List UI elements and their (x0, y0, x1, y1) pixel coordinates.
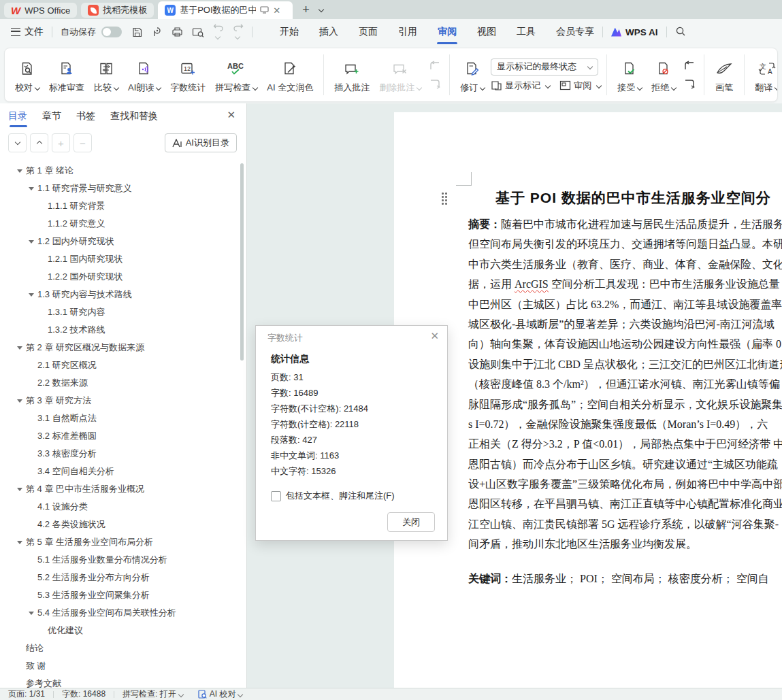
collapse-arrow-icon[interactable] (17, 169, 22, 173)
toc-item[interactable]: 5.4 生活服务业空间布局关联性分析 (0, 604, 238, 622)
ai-recognize-toc-button[interactable]: AI识别目录 (165, 133, 237, 152)
collapse-arrow-icon[interactable] (17, 488, 22, 491)
page-indicator[interactable]: 页面: 1/31 (8, 688, 45, 700)
collapse-arrow-icon[interactable] (17, 541, 22, 544)
redo-icon[interactable] (233, 22, 244, 42)
ai-read-aloud-button[interactable]: AI朗读 (123, 55, 165, 95)
toc-item[interactable]: 1.2.2 国外研究现状 (0, 268, 238, 286)
toc-item[interactable]: 1.1.2 研究意义 (0, 215, 238, 233)
new-tab-icon[interactable]: + (302, 3, 310, 17)
toc-expand-button[interactable] (8, 133, 27, 152)
print-icon[interactable] (172, 27, 183, 37)
export-pdf-icon[interactable] (152, 27, 163, 38)
toc-item[interactable]: 致 谢 (0, 657, 238, 675)
autosave-toggle[interactable] (101, 27, 122, 37)
wps-ai-button[interactable]: WPS AI (611, 27, 658, 37)
toc-item[interactable]: 2.2 数据来源 (0, 374, 238, 392)
collapse-arrow-icon[interactable] (17, 399, 22, 403)
previous-revision-icon[interactable] (682, 59, 697, 73)
next-revision-icon[interactable] (682, 77, 697, 90)
toc-item[interactable]: 5.3 生活服务业空间聚集分析 (0, 586, 238, 604)
toc-item[interactable]: 1.1.1 研究背景 (0, 197, 238, 215)
toc-item[interactable]: 5.1 生活服务业数量分布情况分析 (0, 551, 238, 569)
sidebar-tab-chapters[interactable]: 章节 (42, 110, 61, 122)
toc-item[interactable]: 3.4 空间自相关分析 (0, 463, 238, 480)
insert-comment-button[interactable]: 插入批注 (329, 55, 374, 95)
standard-review-button[interactable]: 标准审查 (44, 55, 89, 95)
ai-polish-button[interactable]: AI 全文润色 (262, 55, 318, 95)
toc-item[interactable]: 3.2 标准差椭圆 (0, 427, 238, 445)
track-changes-button[interactable]: 修订 (455, 55, 489, 95)
menu-reference[interactable]: 引用 (398, 26, 417, 38)
toc-item[interactable]: 第 5 章 生活服务业空间布局分析 (0, 533, 238, 551)
translate-button[interactable]: 文A 翻译 (750, 55, 778, 95)
dialog-close-icon[interactable]: ✕ (430, 330, 439, 342)
spell-check-button[interactable]: ABC 拼写检查 (210, 55, 262, 95)
toc-item[interactable]: 第 1 章 绪论 (0, 162, 238, 180)
delete-comment-button[interactable]: 删除批注 (374, 55, 426, 95)
include-textbox-checkbox[interactable] (271, 491, 281, 501)
tab-current-document[interactable]: W 基于POI数据的巴中市生活服 ✕ (158, 1, 293, 19)
menu-review[interactable]: 审阅 (438, 26, 457, 38)
tab-wps-office[interactable]: W WPS Office (4, 3, 77, 18)
next-comment-icon[interactable] (427, 77, 442, 90)
compare-button[interactable]: 比较 (89, 55, 123, 95)
sidebar-tab-bookmarks[interactable]: 书签 (76, 110, 95, 122)
tab-docer-templates[interactable]: 找稻壳模板 (81, 3, 154, 18)
ai-proofread-status[interactable]: AI 校对 (198, 688, 243, 700)
paragraph-drag-handle-icon[interactable] (442, 193, 447, 205)
toc-item[interactable]: 第 2 章 研究区概况与数据来源 (0, 339, 238, 356)
toc-item[interactable]: 优化建议 (0, 622, 238, 639)
menu-page[interactable]: 页面 (359, 26, 378, 38)
menu-tools[interactable]: 工具 (517, 26, 536, 38)
screen-share-icon[interactable] (260, 5, 269, 16)
collapse-arrow-icon[interactable] (29, 187, 34, 190)
sidebar-scrollbar[interactable] (240, 163, 244, 361)
reject-revision-button[interactable]: 拒绝 (647, 55, 681, 95)
document-page[interactable]: 基于 POI 数据的巴中市生活服务业空间分 摘要：随着巴中市城市化进程加速与居民… (394, 112, 782, 688)
toc-item[interactable]: 第 3 章 研究方法 (0, 392, 238, 410)
print-preview-icon[interactable] (192, 27, 204, 37)
menu-home[interactable]: 开始 (280, 26, 299, 38)
toc-item[interactable]: 3.1 自然断点法 (0, 410, 238, 427)
previous-comment-icon[interactable] (427, 59, 442, 73)
search-icon[interactable] (675, 26, 686, 39)
toc-item[interactable]: 4.1 设施分类 (0, 498, 238, 516)
close-tab-icon[interactable]: ✕ (273, 5, 280, 16)
show-markup-button[interactable]: 显示标记 (491, 80, 550, 92)
sidebar-tab-contents[interactable]: 目录 (8, 110, 27, 122)
toc-item[interactable]: 5.2 生活服务业分布方向分析 (0, 569, 238, 586)
markup-state-select[interactable]: 显示标记的最终状态 (491, 59, 598, 76)
collapse-arrow-icon[interactable] (29, 240, 34, 244)
toc-item[interactable]: 1.2 国内外研究现状 (0, 233, 238, 250)
menu-membership[interactable]: 会员专享 (556, 26, 594, 38)
toc-item[interactable]: 1.3 研究内容与技术路线 (0, 286, 238, 303)
toc-collapse-button[interactable] (30, 133, 48, 152)
toc-zoom-in-button[interactable]: + (52, 133, 70, 152)
toc-item[interactable]: 1.3.2 技术路线 (0, 321, 238, 339)
toc-item[interactable]: 结论 (0, 639, 238, 657)
toc-zoom-out-button[interactable]: − (74, 133, 92, 152)
word-count-button[interactable]: 12 字数统计 (165, 55, 210, 95)
toc-item[interactable]: 1.3.1 研究内容 (0, 303, 238, 321)
sidebar-tab-find-replace[interactable]: 查找和替换 (110, 110, 158, 122)
toc-item[interactable]: 3.3 核密度分析 (0, 445, 238, 463)
word-count-indicator[interactable]: 字数: 16488 (62, 688, 105, 700)
ink-pen-button[interactable]: 画笔 (710, 55, 738, 95)
save-icon[interactable] (131, 27, 143, 38)
toc-item[interactable]: 4.2 各类设施状况 (0, 516, 238, 533)
menu-view[interactable]: 视图 (477, 26, 496, 38)
tab-list-chevron-icon[interactable] (316, 3, 323, 16)
review-pane-button[interactable]: 审阅 (559, 80, 601, 92)
toc-item[interactable]: 第 4 章 巴中市生活服务业概况 (0, 480, 238, 498)
proofread-button[interactable]: 校对 (10, 55, 44, 95)
collapse-arrow-icon[interactable] (17, 346, 22, 350)
accept-revision-button[interactable]: 接受 (613, 55, 647, 95)
toc-item[interactable]: 2.1 研究区概况 (0, 356, 238, 374)
collapse-arrow-icon[interactable] (29, 293, 34, 297)
toc-item[interactable]: 1.1 研究背景与研究意义 (0, 180, 238, 197)
sidebar-close-icon[interactable]: ✕ (227, 109, 235, 121)
toc-item[interactable]: 1.2.1 国内研究现状 (0, 250, 238, 268)
collapse-arrow-icon[interactable] (29, 612, 34, 615)
undo-icon[interactable] (213, 22, 224, 42)
